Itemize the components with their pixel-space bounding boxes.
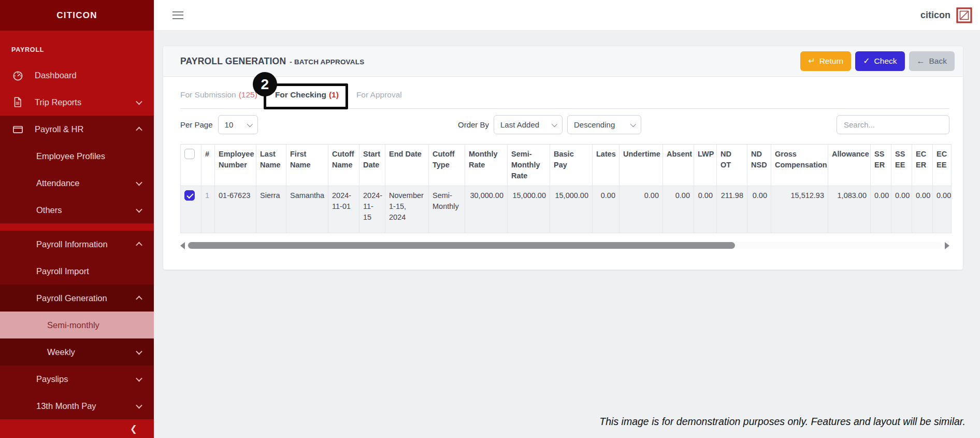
chevron-down-icon [136,98,142,105]
cell-nd-nsd: 0.00 [747,186,771,233]
tab-for-approval[interactable]: For Approval [356,90,402,108]
check-button[interactable]: ✓Check [855,51,904,71]
brand-name: citicon [920,10,950,21]
hamburger-menu-icon[interactable] [172,11,183,19]
sidebar-item-13th-month-pay[interactable]: 13th Month Pay [0,392,154,419]
sidebar-item-label: Dashboard [35,70,77,80]
sort-direction-value: Descending [574,120,615,129]
collapse-sidebar-icon[interactable] [130,423,137,434]
col-header-undertime: Undertime [619,145,663,186]
tab-for-submission[interactable]: For Submission(125) [180,90,257,108]
table-body: 101-67623SierraSamantha2024-11-012024-11… [181,186,952,233]
sidebar-item-payroll-import[interactable]: Payroll Import [0,258,154,285]
col-header-lwp: LWP [694,145,717,186]
col-header-absent: Absent [663,145,694,186]
scroll-left-arrow-icon[interactable] [180,242,185,249]
sidebar-item-attendance[interactable]: Attendance [0,169,154,196]
chevron-down-icon [136,402,142,408]
cell-cutoff-type: Semi-Monthly [429,186,465,233]
order-by-label: Order By [458,120,489,129]
wallet-icon [11,123,24,135]
tab-label: For Approval [356,90,402,100]
sidebar-item-weekly[interactable]: Weekly [0,338,154,365]
sidebar-item-semi-monthly[interactable]: Semi-monthly [0,312,154,338]
cell-ss-er: 0.00 [871,186,891,233]
sort-direction-select[interactable]: Descending [567,115,641,134]
col-header-basic-pay: Basic Pay [550,145,593,186]
cell-employee-number: 01-67623 [215,186,256,233]
row-checkbox[interactable] [184,190,195,201]
sidebar-item-payroll-hr[interactable]: Payroll & HR [0,116,154,143]
tab-for-checking[interactable]: For Checking(1)2 [275,90,339,108]
back-button[interactable]: ←Back [909,51,955,71]
scroll-right-arrow-icon[interactable] [945,242,949,249]
order-by-select[interactable]: Last Added [494,115,563,134]
topbar: citicon [154,0,980,31]
cell-gross-compensation: 15,512.93 [771,186,828,233]
order-by-value: Last Added [500,120,539,129]
cell-semi-monthly-rate: 15,000.00 [508,186,550,233]
citicon-logo-icon[interactable] [956,7,972,23]
sidebar-item-employee-profiles[interactable]: Employee Profiles [0,143,154,169]
cell-absent: 0.00 [663,186,694,233]
sidebar-item-label: Weekly [47,347,75,357]
sidebar-item-label: Attendance [36,178,79,188]
sidebar-item-trip-reports[interactable]: Trip Reports [0,89,154,116]
page-title: PAYROLL GENERATION [180,56,286,67]
brand: citicon [920,7,972,23]
tab-count: (1) [329,90,339,100]
col-header-row-number: # [201,145,215,186]
return-button[interactable]: ↵Return [800,51,851,71]
per-page-label: Per Page [180,120,213,129]
tab-bar: For Submission(125)For Checking(1)2For A… [180,77,949,109]
sidebar-item-payroll-generation[interactable]: Payroll Generation [0,285,154,312]
main-area: citicon PAYROLL GENERATION - BATCH APPRO… [154,0,980,438]
search-input[interactable] [837,115,949,134]
per-page-select[interactable]: 10 [218,115,258,134]
page-title-group: PAYROLL GENERATION - BATCH APPROVALS [180,56,364,67]
order-by-group: Order By Last Added Descending [458,115,641,134]
col-header-monthly-rate: Monthly Rate [465,145,508,186]
cell-nd-ot: 211.98 [717,186,747,233]
col-header-semi-monthly-rate: Semi-Monthly Rate [508,145,550,186]
chevron-down-icon [136,375,142,382]
cell-end-date: November 1-15, 2024 [385,186,429,233]
sidebar-item-label: Others [36,205,62,215]
col-header-cutoff-name: Cutoff Name [328,145,359,186]
col-header-first-name: First Name [286,145,328,186]
sidebar-item-payslips[interactable]: Payslips [0,365,154,392]
col-header-end-date: End Date [385,145,429,186]
tab-count: (125) [239,90,257,100]
col-header-allowance: Allowance [828,145,871,186]
sidebar-logo: CITICON [0,0,154,31]
cell-undertime: 0.00 [619,186,663,233]
select-all-checkbox[interactable] [184,149,195,159]
cell-lates: 0.00 [593,186,619,233]
sidebar-item-others[interactable]: Others [0,196,154,223]
sidebar-item-label: Payroll Import [36,266,89,276]
col-header-ss-er: SS ER [871,145,891,186]
cell-start-date: 2024-11-15 [359,186,385,233]
sidebar-item-dashboard[interactable]: Dashboard [0,62,154,89]
return-arrow-icon: ↵ [808,57,815,65]
col-header-nd-nsd: ND NSD [747,145,771,186]
cell-monthly-rate: 30,000.00 [465,186,508,233]
cell-lwp: 0.00 [694,186,717,233]
app: CITICON PAYROLL DashboardTrip ReportsPay… [0,0,980,438]
scrollbar-thumb[interactable] [188,242,735,249]
check-icon: ✓ [863,57,870,65]
card-header: PAYROLL GENERATION - BATCH APPROVALS ↵Re… [163,46,963,77]
back-arrow-icon: ← [917,57,925,65]
sidebar-item-payroll-information[interactable]: Payroll Information [0,231,154,258]
chevron-down-icon [136,206,142,213]
disclaimer-text: This image is for demonstration purposes… [599,416,965,428]
col-header-ss-ee: SS EE [891,145,912,186]
cell-ss-ee: 0.00 [891,186,912,233]
sidebar: CITICON PAYROLL DashboardTrip ReportsPay… [0,0,154,438]
card-body: For Submission(125)For Checking(1)2For A… [163,77,963,270]
button-label: Back [929,56,947,66]
col-header-employee-number: Employee Number [215,145,256,186]
scrollbar-track[interactable] [188,242,942,249]
chevron-up-icon [136,242,142,248]
sidebar-item-label: Payroll Generation [36,293,107,303]
